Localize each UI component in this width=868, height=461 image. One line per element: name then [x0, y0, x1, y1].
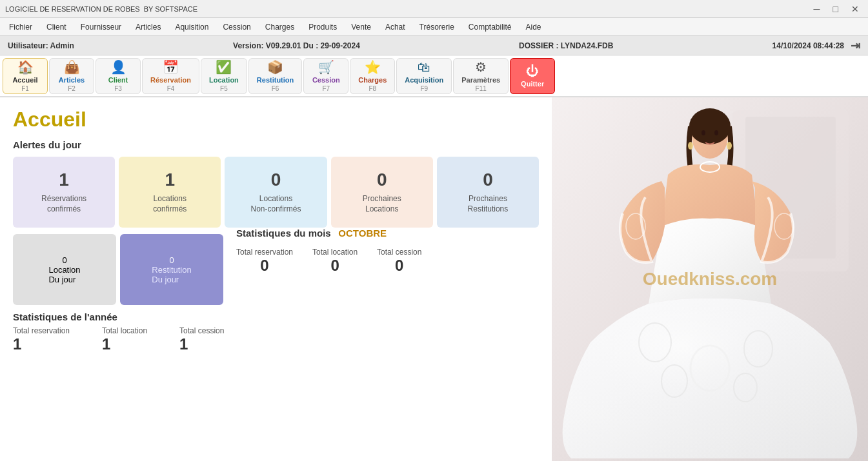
nav-parametres[interactable]: ⚙ Paramètres F11 [453, 58, 509, 94]
menu-item-fournisseur[interactable]: Fournisseur [74, 20, 128, 34]
nav-articles-key: F2 [68, 85, 76, 92]
title-left: LOGICIEL DE RESERVATION DE ROBES BY SOFT… [5, 5, 197, 13]
nav-home-key: F1 [21, 85, 29, 92]
nav-quitter[interactable]: ⏻ Quitter [510, 58, 555, 94]
restitution-jour-label: RestitutionDu jour [152, 265, 191, 284]
home-icon: 🏠 [17, 59, 34, 75]
yearly-location: Total location 1 [102, 326, 147, 353]
titlebar: LOGICIEL DE RESERVATION DE ROBES BY SOFT… [0, 0, 868, 18]
nav-quitter-label: Quitter [521, 80, 544, 88]
restitution-icon: 📦 [267, 59, 283, 75]
yearly-cession-value: 1 [179, 335, 224, 353]
maximize-button[interactable]: □ [829, 3, 842, 15]
locations-nonconfirmed-number: 0 [271, 170, 281, 190]
navbar: 🏠 Accueil F1 👜 Articles F2 👤 Client F3 📅… [0, 55, 868, 97]
alert-card-prochaines-restitutions: 0 ProchainesRestitutions [437, 157, 539, 228]
stats-month-header: Statistiques du mois OCTOBRE [236, 228, 421, 239]
nav-location-label: Location [209, 76, 239, 84]
nav-home[interactable]: 🏠 Accueil F1 [3, 58, 48, 94]
stat-total-location-month: Total location 0 [312, 248, 358, 275]
prochaines-locations-number: 0 [377, 170, 387, 190]
menu-item-produits[interactable]: Produits [302, 20, 343, 34]
menu-item-comptabilit[interactable]: Comptabilité [462, 20, 518, 34]
content-panel: Accueil Alertes du jour 1 Réservationsco… [0, 97, 552, 461]
alert-card-location-jour: 0 LocationDu jour [13, 234, 116, 305]
svg-point-4 [689, 108, 731, 144]
logout-icon[interactable]: ⇥ [851, 39, 860, 53]
reservation-icon: 📅 [163, 59, 179, 75]
location-jour-label: LocationDu jour [48, 265, 80, 284]
stat-total-location-month-label: Total location [312, 248, 358, 257]
cession-icon: 🛒 [318, 59, 334, 75]
version-info: Version: V09.29.01 Du : 29-09-2024 [233, 41, 360, 50]
nav-acquisition-label: Acquisition [405, 76, 443, 84]
menu-item-vente[interactable]: Vente [345, 20, 378, 34]
minimize-button[interactable]: ─ [810, 3, 824, 15]
app-title: LOGICIEL DE RESERVATION DE ROBES [5, 5, 140, 13]
page-title: Accueil [13, 108, 539, 132]
nav-location-key: F5 [220, 85, 228, 92]
nav-articles-label: Articles [59, 76, 85, 84]
stats-month-row: Total reservation 0 Total location 0 Tot… [236, 248, 421, 275]
prochaines-restitutions-number: 0 [483, 170, 493, 190]
nav-charges-key: F8 [368, 85, 376, 92]
nav-charges[interactable]: ⭐ Charges F8 [350, 58, 395, 94]
menu-item-trsorerie[interactable]: Trésorerie [413, 20, 461, 34]
nav-restitution[interactable]: 📦 Restitution F6 [248, 58, 302, 94]
nav-restitution-key: F6 [272, 85, 279, 92]
main-area: Accueil Alertes du jour 1 Réservationsco… [0, 97, 868, 461]
menu-item-charges[interactable]: Charges [259, 20, 301, 34]
svg-point-13 [701, 130, 705, 135]
yearly-reservation-label: Total reservation [13, 326, 70, 335]
nav-reservation[interactable]: 📅 Réservation F4 [142, 58, 199, 94]
nav-articles[interactable]: 👜 Articles F2 [49, 58, 94, 94]
stat-total-reservation-month: Total reservation 0 [236, 248, 293, 275]
client-icon: 👤 [110, 59, 126, 75]
info-right: 14/10/2024 08:44:28 ⇥ [772, 39, 860, 53]
stat-total-location-month-value: 0 [330, 257, 339, 275]
menu-item-aide[interactable]: Aide [520, 20, 548, 34]
nav-parametres-label: Paramètres [461, 76, 500, 84]
svg-point-15 [688, 142, 693, 150]
nav-cession-label: Cession [312, 76, 340, 84]
stat-total-cession-month-value: 0 [395, 257, 403, 275]
nav-acquisition[interactable]: 🛍 Acquisition F9 [396, 58, 452, 94]
menu-item-client[interactable]: Client [40, 20, 73, 34]
menu-item-articles[interactable]: Articles [129, 20, 167, 34]
menu-item-fichier[interactable]: Fichier [3, 20, 39, 34]
alert-card-locations-confirmed: 1 Locationsconfirmés [119, 157, 221, 228]
nav-client-key: F3 [114, 85, 122, 92]
stats-month-month: OCTOBRE [338, 228, 387, 239]
nav-cession[interactable]: 🛒 Cession F7 [303, 58, 348, 94]
menu-item-achat[interactable]: Achat [379, 20, 412, 34]
yearly-location-value: 1 [102, 335, 147, 353]
stats-month-title: Statistiques du mois [236, 228, 331, 239]
stat-total-cession-month-label: Total cession [377, 248, 421, 257]
alert-card-prochaines-locations: 0 ProchainesLocations [331, 157, 433, 228]
user-info: Utilisateur: Admin [8, 41, 74, 50]
yearly-stats-title: Statistiques de l'année [13, 311, 539, 322]
alert-cards-row1: 1 Réservationsconfirmés 1 Locationsconfi… [13, 157, 539, 228]
menu-item-cession[interactable]: Cession [216, 20, 257, 34]
nav-charges-label: Charges [358, 76, 387, 84]
yearly-stats-row: Total reservation 1 Total location 1 Tot… [13, 326, 539, 353]
infobar: Utilisateur: Admin Version: V09.29.01 Du… [0, 36, 868, 55]
parametres-icon: ⚙ [475, 59, 487, 75]
nav-reservation-label: Réservation [150, 76, 191, 84]
restitution-jour-number: 0 [169, 255, 174, 265]
reservations-number: 1 [59, 170, 69, 190]
bottom-section: 0 LocationDu jour 0 RestitutionDu jour S… [13, 234, 539, 305]
nav-location[interactable]: ✅ Location F5 [201, 58, 247, 94]
articles-icon: 👜 [64, 59, 80, 75]
nav-client[interactable]: 👤 Client F3 [96, 58, 141, 94]
menu-item-aquisition[interactable]: Aquisition [168, 20, 215, 34]
prochaines-locations-label: ProchainesLocations [363, 194, 401, 214]
alerts-section-title: Alertes du jour [13, 139, 539, 150]
close-button[interactable]: ✕ [847, 3, 863, 15]
bride-image: Ouedkniss.com [552, 97, 868, 461]
yearly-cession: Total cession 1 [179, 326, 224, 353]
datetime: 14/10/2024 08:44:28 [772, 41, 844, 50]
prochaines-restitutions-label: ProchainesRestitutions [468, 194, 509, 214]
window-controls: ─ □ ✕ [810, 3, 863, 15]
yearly-reservation-value: 1 [13, 335, 70, 353]
